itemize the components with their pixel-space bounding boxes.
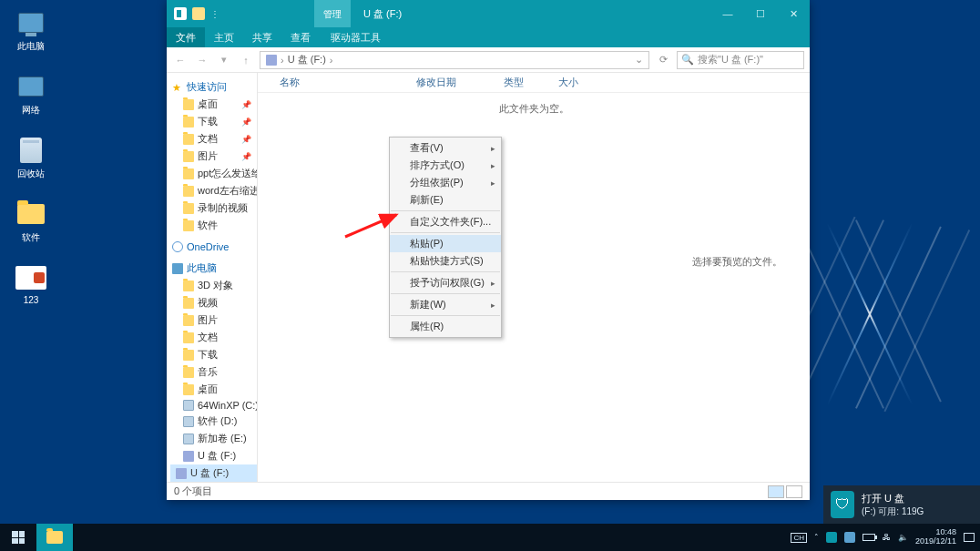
- usb-icon: [176, 468, 187, 479]
- nav-up-button[interactable]: ↑: [238, 52, 254, 68]
- nav-item[interactable]: 文档: [170, 329, 257, 346]
- minimize-button[interactable]: —: [711, 0, 744, 27]
- nav-pane[interactable]: ★快速访问 桌面📌下载📌文档📌图片📌ppt怎么发送给qq好友word左右缩进怎么…: [167, 73, 258, 482]
- view-details-button[interactable]: [768, 485, 784, 498]
- desktop-icon-this-pc[interactable]: 此电脑: [7, 7, 55, 53]
- label: 快速访问: [187, 80, 227, 94]
- toast-subtitle: (F:) 可用: 119G: [862, 505, 924, 518]
- label: word左右缩进怎么设置: [198, 184, 257, 198]
- folder-icon: [183, 315, 194, 326]
- nav-item[interactable]: 图片📌: [170, 148, 257, 165]
- usb-notification[interactable]: 🛡 打开 U 盘 (F:) 可用: 119G: [823, 485, 980, 524]
- tab-file[interactable]: 文件: [167, 27, 205, 47]
- folder-icon: [183, 350, 194, 361]
- nav-this-pc[interactable]: 此电脑: [170, 260, 257, 277]
- taskbar-explorer[interactable]: [36, 524, 73, 551]
- path-dropdown-icon[interactable]: ⌄: [635, 54, 643, 66]
- col-type[interactable]: 类型: [504, 76, 558, 89]
- folder-icon: [46, 531, 63, 544]
- maximize-button[interactable]: ☐: [744, 0, 777, 27]
- nav-back-button[interactable]: ←: [172, 52, 189, 68]
- context-menu-item[interactable]: 排序方式(O): [390, 157, 501, 174]
- cloud-icon: [172, 241, 183, 252]
- nav-item[interactable]: U 盘 (F:): [170, 447, 257, 464]
- view-toggle: [768, 485, 802, 498]
- close-button[interactable]: ✕: [777, 0, 810, 27]
- desktop-icon-software[interactable]: 软件: [7, 199, 55, 244]
- nav-selected-drive[interactable]: U 盘 (F:): [170, 464, 257, 482]
- context-menu-item[interactable]: 自定义文件夹(F)...: [390, 213, 501, 230]
- context-menu-item[interactable]: 查看(V): [390, 139, 501, 157]
- col-date[interactable]: 修改日期: [416, 76, 504, 89]
- nav-item[interactable]: 下载: [170, 346, 257, 363]
- ime-indicator[interactable]: CH: [791, 533, 807, 543]
- star-icon: ★: [172, 82, 183, 93]
- tab-drive-tools[interactable]: 驱动器工具: [322, 27, 390, 47]
- desktop-icon-recycle-bin[interactable]: 回收站: [7, 135, 55, 180]
- view-icons-button[interactable]: [786, 485, 802, 498]
- tray-up-icon[interactable]: ˄: [814, 533, 819, 542]
- label: 下载: [198, 348, 218, 362]
- col-size[interactable]: 大小: [558, 76, 613, 89]
- qat-overflow-icon[interactable]: ⋮: [210, 9, 219, 19]
- nav-item[interactable]: 新加卷 (E:): [170, 430, 257, 447]
- nav-item[interactable]: 文档📌: [170, 130, 257, 148]
- context-menu-item[interactable]: 分组依据(P): [390, 174, 501, 191]
- start-button[interactable]: [0, 524, 36, 551]
- col-name[interactable]: 名称: [280, 76, 416, 89]
- folder-icon: [183, 99, 194, 110]
- refresh-button[interactable]: ⟳: [655, 54, 671, 66]
- nav-item[interactable]: 视频: [170, 294, 257, 311]
- security-icon[interactable]: [826, 532, 837, 543]
- folder-icon: [15, 199, 46, 230]
- context-menu-item[interactable]: 新建(W): [390, 296, 501, 313]
- folder-icon: [183, 332, 194, 343]
- battery-icon[interactable]: [863, 534, 875, 541]
- tab-share[interactable]: 共享: [243, 27, 281, 47]
- tab-view[interactable]: 查看: [281, 27, 320, 47]
- titlebar[interactable]: ⋮ 管理 U 盘 (F:) — ☐ ✕: [167, 0, 810, 27]
- nav-onedrive[interactable]: OneDrive: [170, 240, 257, 254]
- network-tray-icon[interactable]: 🖧: [883, 533, 891, 542]
- search-input[interactable]: 🔍 搜索"U 盘 (F:)": [677, 51, 804, 69]
- nav-item[interactable]: word左右缩进怎么设置: [170, 182, 257, 199]
- tab-home[interactable]: 主页: [205, 27, 243, 47]
- volume-icon[interactable]: 🔈: [898, 533, 908, 542]
- pin-icon: 📌: [241, 152, 255, 161]
- empty-folder-text: 此文件夹为空。: [258, 93, 810, 116]
- breadcrumb-segment[interactable]: U 盘 (F:): [288, 53, 326, 66]
- nav-item[interactable]: 64WinXP (C:): [170, 398, 257, 413]
- breadcrumb[interactable]: › U 盘 (F:) › ⌄: [260, 51, 649, 69]
- context-menu-item[interactable]: 刷新(E): [390, 191, 501, 209]
- label: 3D 对象: [198, 279, 233, 292]
- content-area[interactable]: 名称 修改日期 类型 大小 此文件夹为空。 选择要预览的文件。: [258, 73, 810, 482]
- nav-recent-button[interactable]: ▾: [216, 52, 232, 68]
- nav-item[interactable]: 音乐: [170, 363, 257, 381]
- context-menu-item[interactable]: 粘贴快捷方式(S): [390, 252, 501, 270]
- label: U 盘 (F:): [190, 466, 229, 480]
- nav-item[interactable]: 桌面: [170, 381, 257, 398]
- drive-icon: [183, 434, 194, 444]
- nav-quick-access[interactable]: ★快速访问: [170, 78, 257, 96]
- context-menu-item[interactable]: 粘贴(P): [390, 235, 501, 252]
- nav-item[interactable]: 软件: [170, 217, 257, 234]
- nav-item[interactable]: ppt怎么发送给qq好友: [170, 165, 257, 182]
- desktop-icon-network[interactable]: 网络: [7, 71, 55, 117]
- context-menu-item[interactable]: 属性(R): [390, 318, 501, 335]
- nav-item[interactable]: 桌面📌: [170, 96, 257, 113]
- nav-item[interactable]: 下载📌: [170, 113, 257, 130]
- label: 网络: [22, 104, 40, 117]
- contextual-tab-manage[interactable]: 管理: [314, 0, 351, 27]
- nav-item[interactable]: 图片: [170, 311, 257, 329]
- context-menu-item[interactable]: 授予访问权限(G): [390, 274, 501, 291]
- desktop-icon-123[interactable]: 123: [7, 262, 55, 305]
- nav-item[interactable]: 软件 (D:): [170, 413, 257, 430]
- nav-item[interactable]: 3D 对象: [170, 277, 257, 294]
- usb-tray-icon[interactable]: [844, 532, 855, 543]
- action-center-icon[interactable]: [964, 533, 975, 542]
- qat-icon[interactable]: [192, 7, 205, 20]
- shield-icon: 🛡: [831, 491, 854, 518]
- nav-item[interactable]: 录制的视频: [170, 199, 257, 217]
- clock[interactable]: 10:48 2019/12/11: [915, 528, 956, 546]
- nav-forward-button[interactable]: →: [194, 52, 210, 68]
